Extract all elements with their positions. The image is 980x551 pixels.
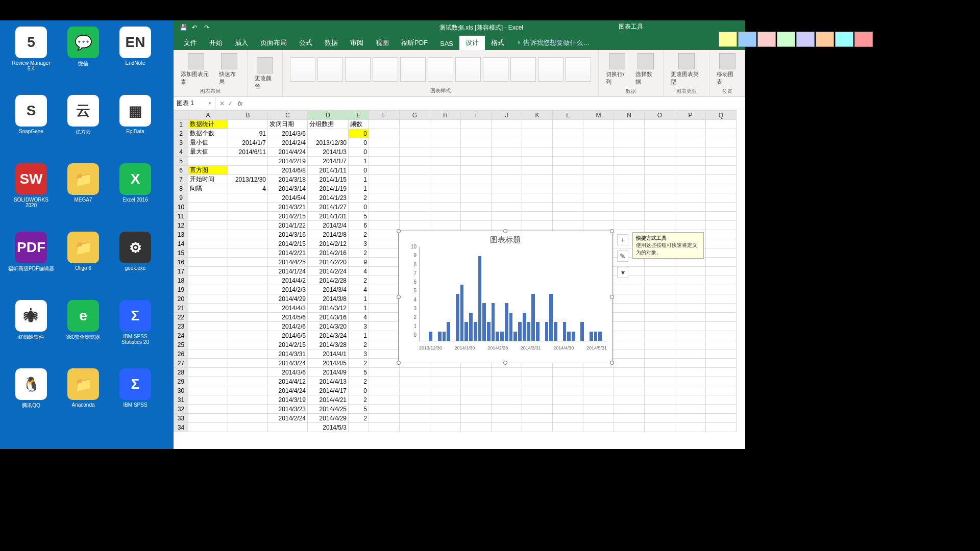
desktop-icon[interactable]: PDF福昕高级PDF编辑器 bbox=[8, 232, 54, 298]
cell-G29[interactable] bbox=[400, 377, 430, 386]
cell-F1[interactable] bbox=[369, 120, 400, 129]
cell-G33[interactable] bbox=[400, 414, 430, 423]
cell-F29[interactable] bbox=[369, 377, 400, 386]
cell-G6[interactable] bbox=[400, 166, 430, 175]
cell-N6[interactable] bbox=[614, 166, 645, 175]
cell-B9[interactable] bbox=[228, 193, 268, 203]
switch-row-col-button[interactable]: 切换行/列 bbox=[604, 52, 630, 87]
cell-Q13[interactable] bbox=[706, 230, 737, 239]
cell-P12[interactable] bbox=[675, 221, 706, 230]
cell-F25[interactable] bbox=[369, 340, 400, 349]
cell-Q12[interactable] bbox=[706, 221, 737, 230]
cell-N2[interactable] bbox=[614, 129, 645, 138]
cell-E23[interactable]: 3 bbox=[349, 322, 369, 331]
cell-K28[interactable] bbox=[522, 368, 553, 377]
cell-B12[interactable] bbox=[228, 221, 268, 230]
cell-I5[interactable] bbox=[461, 157, 492, 166]
cell-P34[interactable] bbox=[675, 423, 706, 432]
cell-I31[interactable] bbox=[461, 395, 492, 405]
cell-C21[interactable]: 2014/4/3 bbox=[268, 304, 308, 313]
cell-D5[interactable]: 2014/1/7 bbox=[308, 157, 349, 166]
cell-Q23[interactable] bbox=[706, 322, 737, 331]
cell-O31[interactable] bbox=[645, 395, 675, 405]
cell-F22[interactable] bbox=[369, 313, 400, 322]
cell-E17[interactable]: 4 bbox=[349, 267, 369, 276]
cell-E10[interactable]: 0 bbox=[349, 203, 369, 212]
cell-J10[interactable] bbox=[492, 203, 522, 212]
cell-B15[interactable] bbox=[228, 248, 268, 258]
cell-D14[interactable]: 2014/2/12 bbox=[308, 239, 349, 248]
cell-K29[interactable] bbox=[522, 377, 553, 386]
cell-N3[interactable] bbox=[614, 138, 645, 147]
cell-B34[interactable] bbox=[228, 423, 268, 432]
cell-L12[interactable] bbox=[553, 221, 583, 230]
cell-J31[interactable] bbox=[492, 395, 522, 405]
desktop-icon[interactable]: 🕷红蜘蛛软件 bbox=[8, 300, 54, 366]
cell-N23[interactable] bbox=[614, 322, 645, 331]
cell-F11[interactable] bbox=[369, 212, 400, 221]
cell-M8[interactable] bbox=[583, 184, 614, 193]
cell-J5[interactable] bbox=[492, 157, 522, 166]
cell-D9[interactable]: 2014/1/23 bbox=[308, 193, 349, 203]
row-header[interactable]: 31 bbox=[174, 395, 188, 405]
cell-I8[interactable] bbox=[461, 184, 492, 193]
cell-C34[interactable] bbox=[268, 423, 308, 432]
cell-O19[interactable] bbox=[645, 285, 675, 294]
cell-M1[interactable] bbox=[583, 120, 614, 129]
cell-D6[interactable]: 2014/1/11 bbox=[308, 166, 349, 175]
cell-L1[interactable] bbox=[553, 120, 583, 129]
cell-Q14[interactable] bbox=[706, 239, 737, 248]
col-header-L[interactable]: L bbox=[553, 111, 583, 120]
cell-A33[interactable] bbox=[188, 414, 228, 423]
cell-Q7[interactable] bbox=[706, 175, 737, 184]
cell-C16[interactable]: 2014/4/25 bbox=[268, 258, 308, 267]
row-header[interactable]: 24 bbox=[174, 331, 188, 340]
col-header-H[interactable]: H bbox=[430, 111, 461, 120]
desktop-icon[interactable]: 💬微信 bbox=[60, 27, 106, 93]
desktop-icon[interactable]: ENEndNote bbox=[112, 27, 158, 93]
cell-P2[interactable] bbox=[675, 129, 706, 138]
cell-F14[interactable] bbox=[369, 239, 400, 248]
name-box[interactable]: 图表 1▼ bbox=[174, 97, 215, 110]
cell-H12[interactable] bbox=[430, 221, 461, 230]
cell-L4[interactable] bbox=[553, 147, 583, 157]
desktop-icon[interactable]: ΣIBM SPSS Statistics 20 bbox=[112, 300, 158, 366]
cell-F26[interactable] bbox=[369, 349, 400, 359]
cell-A27[interactable] bbox=[188, 359, 228, 368]
cell-G11[interactable] bbox=[400, 212, 430, 221]
cell-L2[interactable] bbox=[553, 129, 583, 138]
cell-M33[interactable] bbox=[583, 414, 614, 423]
cell-J3[interactable] bbox=[492, 138, 522, 147]
cell-B23[interactable] bbox=[228, 322, 268, 331]
cell-P8[interactable] bbox=[675, 184, 706, 193]
cell-Q8[interactable] bbox=[706, 184, 737, 193]
cell-M34[interactable] bbox=[583, 423, 614, 432]
tab-插入[interactable]: 插入 bbox=[229, 36, 254, 50]
tab-页面布局[interactable]: 页面布局 bbox=[254, 36, 293, 50]
cell-B20[interactable] bbox=[228, 294, 268, 304]
cell-D25[interactable]: 2014/3/28 bbox=[308, 340, 349, 349]
cell-K8[interactable] bbox=[522, 184, 553, 193]
cell-C8[interactable]: 2014/3/14 bbox=[268, 184, 308, 193]
cell-O29[interactable] bbox=[645, 377, 675, 386]
row-header[interactable]: 19 bbox=[174, 285, 188, 294]
cell-N34[interactable] bbox=[614, 423, 645, 432]
cell-B32[interactable] bbox=[228, 405, 268, 414]
cell-A19[interactable] bbox=[188, 285, 228, 294]
cell-E11[interactable]: 5 bbox=[349, 212, 369, 221]
cell-K33[interactable] bbox=[522, 414, 553, 423]
cell-B30[interactable] bbox=[228, 386, 268, 395]
cell-C29[interactable]: 2014/4/12 bbox=[268, 377, 308, 386]
cell-B16[interactable] bbox=[228, 258, 268, 267]
cell-K11[interactable] bbox=[522, 212, 553, 221]
cell-O8[interactable] bbox=[645, 184, 675, 193]
cell-D31[interactable]: 2014/4/21 bbox=[308, 395, 349, 405]
col-header-E[interactable]: E bbox=[349, 111, 369, 120]
cell-D3[interactable]: 2013/12/30 bbox=[308, 138, 349, 147]
cell-F32[interactable] bbox=[369, 405, 400, 414]
cell-D4[interactable]: 2014/1/3 bbox=[308, 147, 349, 157]
cell-G12[interactable] bbox=[400, 221, 430, 230]
cell-I29[interactable] bbox=[461, 377, 492, 386]
row-header[interactable]: 13 bbox=[174, 230, 188, 239]
cell-E4[interactable]: 0 bbox=[349, 147, 369, 157]
